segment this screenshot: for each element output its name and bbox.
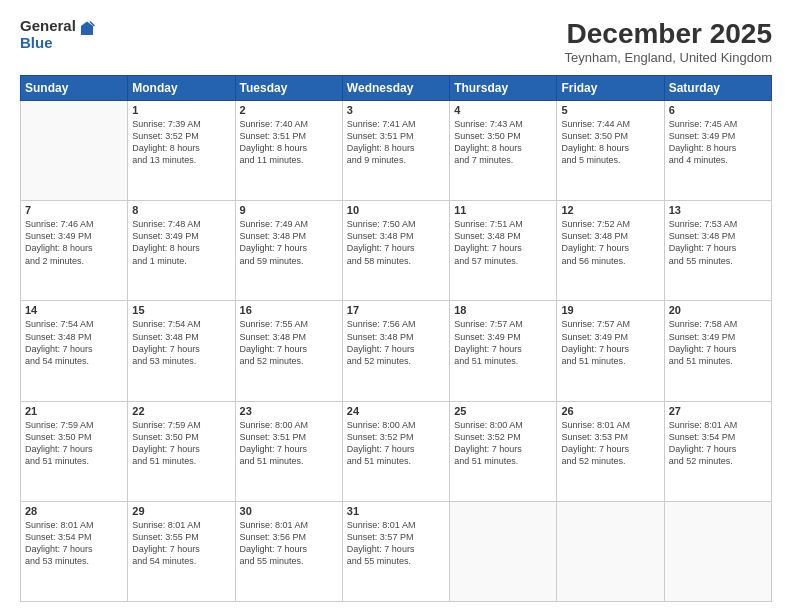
day-number: 5 xyxy=(561,104,659,116)
day-number: 10 xyxy=(347,204,445,216)
table-row xyxy=(450,501,557,601)
day-number: 14 xyxy=(25,304,123,316)
calendar-table: Sunday Monday Tuesday Wednesday Thursday… xyxy=(20,75,772,602)
cell-info: Sunrise: 7:57 AM Sunset: 3:49 PM Dayligh… xyxy=(561,318,659,367)
title-block: December 2025 Teynham, England, United K… xyxy=(565,18,772,65)
cell-info: Sunrise: 7:54 AM Sunset: 3:48 PM Dayligh… xyxy=(132,318,230,367)
cell-info: Sunrise: 8:01 AM Sunset: 3:53 PM Dayligh… xyxy=(561,419,659,468)
day-number: 4 xyxy=(454,104,552,116)
logo-blue: Blue xyxy=(20,35,76,52)
table-row: 6Sunrise: 7:45 AM Sunset: 3:49 PM Daylig… xyxy=(664,101,771,201)
cell-info: Sunrise: 7:54 AM Sunset: 3:48 PM Dayligh… xyxy=(25,318,123,367)
day-number: 15 xyxy=(132,304,230,316)
cell-info: Sunrise: 7:56 AM Sunset: 3:48 PM Dayligh… xyxy=(347,318,445,367)
day-number: 17 xyxy=(347,304,445,316)
cell-info: Sunrise: 8:00 AM Sunset: 3:52 PM Dayligh… xyxy=(347,419,445,468)
cell-info: Sunrise: 7:46 AM Sunset: 3:49 PM Dayligh… xyxy=(25,218,123,267)
table-row: 8Sunrise: 7:48 AM Sunset: 3:49 PM Daylig… xyxy=(128,201,235,301)
table-row: 3Sunrise: 7:41 AM Sunset: 3:51 PM Daylig… xyxy=(342,101,449,201)
day-number: 20 xyxy=(669,304,767,316)
calendar-week-row: 28Sunrise: 8:01 AM Sunset: 3:54 PM Dayli… xyxy=(21,501,772,601)
cell-info: Sunrise: 8:00 AM Sunset: 3:52 PM Dayligh… xyxy=(454,419,552,468)
table-row xyxy=(557,501,664,601)
table-row: 1Sunrise: 7:39 AM Sunset: 3:52 PM Daylig… xyxy=(128,101,235,201)
header: General Blue December 2025 Teynham, Engl… xyxy=(20,18,772,65)
month-title: December 2025 xyxy=(565,18,772,50)
day-number: 9 xyxy=(240,204,338,216)
day-number: 13 xyxy=(669,204,767,216)
cell-info: Sunrise: 7:41 AM Sunset: 3:51 PM Dayligh… xyxy=(347,118,445,167)
cell-info: Sunrise: 7:44 AM Sunset: 3:50 PM Dayligh… xyxy=(561,118,659,167)
day-number: 30 xyxy=(240,505,338,517)
table-row: 22Sunrise: 7:59 AM Sunset: 3:50 PM Dayli… xyxy=(128,401,235,501)
table-row: 9Sunrise: 7:49 AM Sunset: 3:48 PM Daylig… xyxy=(235,201,342,301)
day-number: 7 xyxy=(25,204,123,216)
cell-info: Sunrise: 7:52 AM Sunset: 3:48 PM Dayligh… xyxy=(561,218,659,267)
table-row: 12Sunrise: 7:52 AM Sunset: 3:48 PM Dayli… xyxy=(557,201,664,301)
logo-icon xyxy=(78,20,96,38)
calendar-header-row: Sunday Monday Tuesday Wednesday Thursday… xyxy=(21,76,772,101)
calendar-week-row: 21Sunrise: 7:59 AM Sunset: 3:50 PM Dayli… xyxy=(21,401,772,501)
table-row: 27Sunrise: 8:01 AM Sunset: 3:54 PM Dayli… xyxy=(664,401,771,501)
calendar-week-row: 1Sunrise: 7:39 AM Sunset: 3:52 PM Daylig… xyxy=(21,101,772,201)
table-row: 29Sunrise: 8:01 AM Sunset: 3:55 PM Dayli… xyxy=(128,501,235,601)
table-row: 15Sunrise: 7:54 AM Sunset: 3:48 PM Dayli… xyxy=(128,301,235,401)
table-row: 23Sunrise: 8:00 AM Sunset: 3:51 PM Dayli… xyxy=(235,401,342,501)
day-number: 18 xyxy=(454,304,552,316)
cell-info: Sunrise: 7:43 AM Sunset: 3:50 PM Dayligh… xyxy=(454,118,552,167)
cell-info: Sunrise: 8:00 AM Sunset: 3:51 PM Dayligh… xyxy=(240,419,338,468)
location: Teynham, England, United Kingdom xyxy=(565,50,772,65)
table-row: 10Sunrise: 7:50 AM Sunset: 3:48 PM Dayli… xyxy=(342,201,449,301)
table-row xyxy=(664,501,771,601)
page: General Blue December 2025 Teynham, Engl… xyxy=(0,0,792,612)
cell-info: Sunrise: 7:58 AM Sunset: 3:49 PM Dayligh… xyxy=(669,318,767,367)
calendar-week-row: 14Sunrise: 7:54 AM Sunset: 3:48 PM Dayli… xyxy=(21,301,772,401)
table-row: 5Sunrise: 7:44 AM Sunset: 3:50 PM Daylig… xyxy=(557,101,664,201)
cell-info: Sunrise: 8:01 AM Sunset: 3:54 PM Dayligh… xyxy=(25,519,123,568)
table-row: 19Sunrise: 7:57 AM Sunset: 3:49 PM Dayli… xyxy=(557,301,664,401)
day-number: 11 xyxy=(454,204,552,216)
cell-info: Sunrise: 7:59 AM Sunset: 3:50 PM Dayligh… xyxy=(132,419,230,468)
table-row: 17Sunrise: 7:56 AM Sunset: 3:48 PM Dayli… xyxy=(342,301,449,401)
day-number: 26 xyxy=(561,405,659,417)
table-row: 31Sunrise: 8:01 AM Sunset: 3:57 PM Dayli… xyxy=(342,501,449,601)
col-wednesday: Wednesday xyxy=(342,76,449,101)
table-row: 14Sunrise: 7:54 AM Sunset: 3:48 PM Dayli… xyxy=(21,301,128,401)
cell-info: Sunrise: 7:49 AM Sunset: 3:48 PM Dayligh… xyxy=(240,218,338,267)
day-number: 8 xyxy=(132,204,230,216)
table-row: 2Sunrise: 7:40 AM Sunset: 3:51 PM Daylig… xyxy=(235,101,342,201)
table-row: 4Sunrise: 7:43 AM Sunset: 3:50 PM Daylig… xyxy=(450,101,557,201)
day-number: 24 xyxy=(347,405,445,417)
table-row: 25Sunrise: 8:00 AM Sunset: 3:52 PM Dayli… xyxy=(450,401,557,501)
table-row: 18Sunrise: 7:57 AM Sunset: 3:49 PM Dayli… xyxy=(450,301,557,401)
calendar-week-row: 7Sunrise: 7:46 AM Sunset: 3:49 PM Daylig… xyxy=(21,201,772,301)
cell-info: Sunrise: 7:59 AM Sunset: 3:50 PM Dayligh… xyxy=(25,419,123,468)
logo: General Blue xyxy=(20,18,96,51)
cell-info: Sunrise: 8:01 AM Sunset: 3:54 PM Dayligh… xyxy=(669,419,767,468)
cell-info: Sunrise: 7:55 AM Sunset: 3:48 PM Dayligh… xyxy=(240,318,338,367)
cell-info: Sunrise: 7:40 AM Sunset: 3:51 PM Dayligh… xyxy=(240,118,338,167)
table-row: 26Sunrise: 8:01 AM Sunset: 3:53 PM Dayli… xyxy=(557,401,664,501)
table-row xyxy=(21,101,128,201)
cell-info: Sunrise: 8:01 AM Sunset: 3:56 PM Dayligh… xyxy=(240,519,338,568)
day-number: 25 xyxy=(454,405,552,417)
day-number: 22 xyxy=(132,405,230,417)
cell-info: Sunrise: 7:53 AM Sunset: 3:48 PM Dayligh… xyxy=(669,218,767,267)
day-number: 31 xyxy=(347,505,445,517)
day-number: 29 xyxy=(132,505,230,517)
table-row: 11Sunrise: 7:51 AM Sunset: 3:48 PM Dayli… xyxy=(450,201,557,301)
day-number: 12 xyxy=(561,204,659,216)
day-number: 19 xyxy=(561,304,659,316)
cell-info: Sunrise: 7:51 AM Sunset: 3:48 PM Dayligh… xyxy=(454,218,552,267)
col-thursday: Thursday xyxy=(450,76,557,101)
table-row: 7Sunrise: 7:46 AM Sunset: 3:49 PM Daylig… xyxy=(21,201,128,301)
table-row: 16Sunrise: 7:55 AM Sunset: 3:48 PM Dayli… xyxy=(235,301,342,401)
cell-info: Sunrise: 7:57 AM Sunset: 3:49 PM Dayligh… xyxy=(454,318,552,367)
day-number: 21 xyxy=(25,405,123,417)
table-row: 30Sunrise: 8:01 AM Sunset: 3:56 PM Dayli… xyxy=(235,501,342,601)
day-number: 27 xyxy=(669,405,767,417)
col-monday: Monday xyxy=(128,76,235,101)
day-number: 1 xyxy=(132,104,230,116)
day-number: 6 xyxy=(669,104,767,116)
table-row: 20Sunrise: 7:58 AM Sunset: 3:49 PM Dayli… xyxy=(664,301,771,401)
